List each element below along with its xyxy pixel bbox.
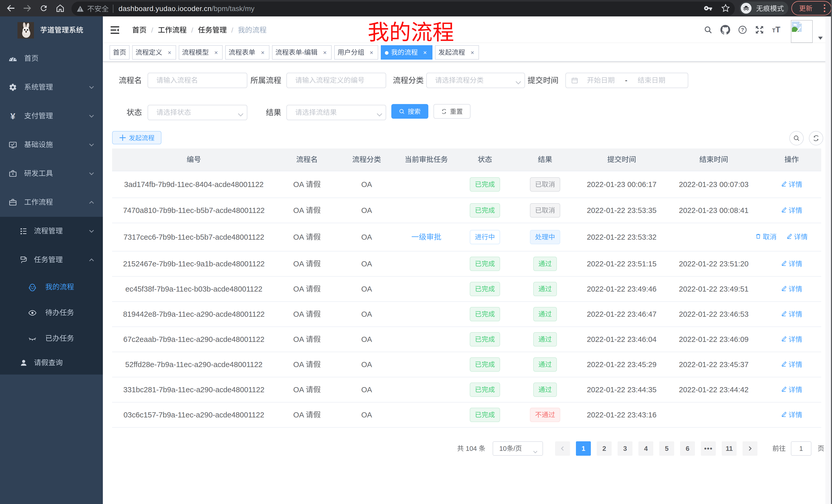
- svg-text:?: ?: [741, 27, 744, 33]
- svg-text:T: T: [772, 27, 775, 34]
- svg-text:T: T: [775, 25, 780, 34]
